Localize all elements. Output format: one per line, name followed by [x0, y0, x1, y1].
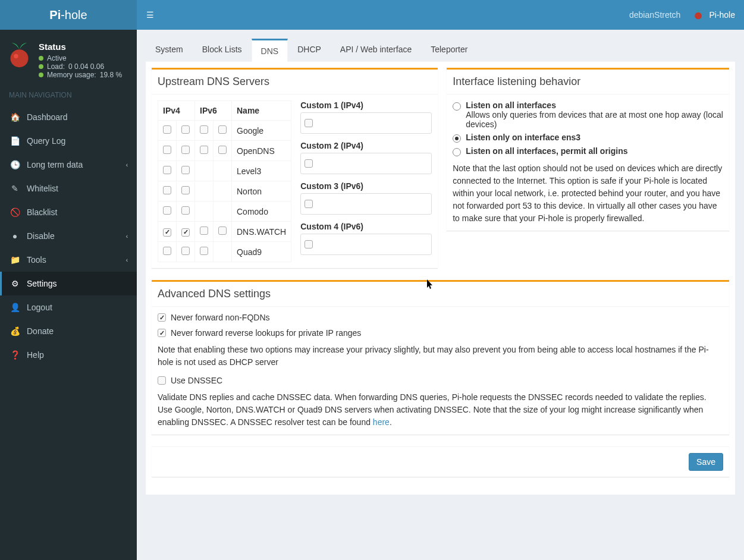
dns-provider-name: OpenDNS — [232, 141, 291, 161]
sidebar-item-donate[interactable]: 💰Donate — [0, 319, 137, 343]
sidebar: Status Active Load: 0 0.04 0.06 Memory u… — [0, 30, 137, 560]
interface-radio[interactable] — [453, 148, 461, 156]
interface-box: Interface listening behavior Listen on a… — [447, 68, 729, 231]
dns-provider-name: Quad9 — [232, 242, 291, 262]
custom-checkbox[interactable] — [304, 240, 313, 248]
dns-checkbox[interactable] — [163, 146, 171, 154]
sidebar-item-dashboard[interactable]: 🏠Dashboard — [0, 105, 137, 129]
chevron-left-icon: ‹ — [126, 162, 128, 168]
interface-title: Interface listening behavior — [453, 75, 723, 88]
sidebar-item-long-term-data[interactable]: 🕒Long term data‹ — [0, 153, 137, 177]
custom-checkbox[interactable] — [304, 119, 313, 127]
status-title: Status — [39, 42, 122, 52]
custom-label: Custom 3 (IPv6) — [300, 181, 432, 191]
advanced-title: Advanced DNS settings — [158, 288, 723, 300]
svg-point-0 — [695, 12, 702, 20]
dns-checkbox[interactable] — [218, 125, 227, 134]
chevron-left-icon: ‹ — [126, 257, 128, 263]
dns-checkbox[interactable] — [181, 228, 190, 237]
sidebar-item-whitelist[interactable]: ✎Whitelist — [0, 177, 137, 200]
sidebar-toggle[interactable]: ☰ — [137, 0, 163, 30]
sidebar-item-tools[interactable]: 📁Tools‹ — [0, 248, 137, 272]
dns-provider-name: Comodo — [232, 202, 291, 222]
dns-checkbox[interactable] — [200, 226, 208, 235]
hostname: debianStretch — [629, 10, 680, 20]
dns-checkbox[interactable] — [163, 186, 171, 194]
dns-checkbox[interactable] — [181, 125, 190, 134]
dns-provider-name: DNS.WATCH — [232, 222, 291, 242]
tab-block-lists[interactable]: Block Lists — [193, 39, 252, 61]
custom-dns-input[interactable] — [318, 115, 429, 131]
custom-checkbox[interactable] — [304, 159, 313, 168]
dns-checkbox[interactable] — [163, 125, 171, 134]
interface-option-label: Listen on all interfaces — [466, 100, 556, 110]
tab-dhcp[interactable]: DHCP — [288, 39, 331, 61]
custom-dns-input[interactable] — [318, 156, 429, 171]
load-label: Load: — [47, 62, 65, 71]
interface-option-label: Listen only on interface ens3 — [466, 133, 580, 142]
dns-checkbox[interactable] — [181, 206, 190, 215]
custom-dns-input[interactable] — [318, 237, 429, 252]
nav-label: Blacklist — [27, 207, 57, 217]
dns-checkbox[interactable] — [200, 125, 208, 134]
pihole-icon — [692, 9, 704, 21]
dns-table: IPv4 IPv6 Name GoogleOpenDNSLevel3Norton… — [158, 100, 291, 262]
hamburger-icon: ☰ — [146, 10, 154, 20]
dnssec-test-link[interactable]: here — [373, 417, 390, 427]
tab-dns[interactable]: DNS — [252, 39, 288, 62]
custom-label: Custom 2 (IPv4) — [300, 141, 432, 150]
nav-label: Query Log — [27, 136, 65, 146]
opt-dnssec-checkbox[interactable] — [158, 376, 166, 385]
nav-icon: ● — [9, 231, 21, 241]
status-dot-icon — [39, 73, 43, 77]
dns-checkbox[interactable] — [163, 247, 171, 255]
dns-checkbox[interactable] — [181, 247, 190, 255]
advanced-note2: Validate DNS replies and cache DNSSEC da… — [158, 391, 723, 429]
brand-right[interactable]: Pi-hole — [692, 9, 735, 21]
dns-checkbox[interactable] — [218, 226, 227, 235]
svg-point-1 — [11, 49, 29, 67]
upstream-title: Upstream DNS Servers — [158, 75, 432, 88]
sidebar-item-logout[interactable]: 👤Logout — [0, 295, 137, 319]
sidebar-item-help[interactable]: ❓Help — [0, 343, 137, 367]
nav-icon: 🏠 — [9, 112, 21, 122]
custom-dns-input[interactable] — [318, 196, 429, 212]
dns-checkbox[interactable] — [200, 247, 208, 255]
tab-teleporter[interactable]: Teleporter — [421, 39, 477, 61]
nav-icon: 👤 — [9, 303, 21, 312]
dns-checkbox[interactable] — [181, 186, 190, 194]
interface-radio[interactable] — [453, 102, 461, 111]
status-active: Active — [47, 54, 67, 62]
dns-checkbox[interactable] — [181, 166, 190, 174]
nav-label: Dashboard — [27, 112, 68, 122]
dns-checkbox[interactable] — [200, 146, 208, 154]
dns-provider-name: Norton — [232, 181, 291, 202]
dns-checkbox[interactable] — [163, 228, 171, 237]
opt-reverse-checkbox[interactable] — [158, 329, 166, 337]
th-name: Name — [232, 101, 291, 121]
nav-label: Settings — [27, 279, 57, 288]
interface-radio[interactable] — [453, 134, 461, 143]
custom-checkbox[interactable] — [304, 200, 313, 208]
nav-icon: ⚙ — [9, 279, 21, 288]
save-button[interactable]: Save — [689, 453, 723, 471]
sidebar-item-disable[interactable]: ●Disable‹ — [0, 224, 137, 248]
advanced-box: Advanced DNS settings Never forward non-… — [152, 280, 729, 435]
sidebar-item-blacklist[interactable]: 🚫Blacklist — [0, 200, 137, 224]
opt-nonfqdn-checkbox[interactable] — [158, 313, 166, 322]
tab-api-web-interface[interactable]: API / Web interface — [331, 39, 421, 61]
nav-label: Long term data — [27, 160, 83, 169]
opt-reverse-label: Never forward reverse lookups for privat… — [171, 328, 361, 338]
logo[interactable]: Pi-hole — [0, 0, 137, 30]
footer-box: Save — [152, 446, 729, 477]
dns-checkbox[interactable] — [163, 166, 171, 174]
dns-checkbox[interactable] — [163, 206, 171, 215]
tab-system[interactable]: System — [146, 39, 193, 61]
content: SystemBlock ListsDNSDHCPAPI / Web interf… — [137, 30, 744, 560]
sidebar-item-query-log[interactable]: 📄Query Log — [0, 129, 137, 153]
dns-checkbox[interactable] — [181, 146, 190, 154]
advanced-note1: Note that enabling these two options may… — [158, 344, 723, 369]
dns-checkbox[interactable] — [218, 146, 227, 154]
topbar: Pi-hole ☰ debianStretch Pi-hole — [0, 0, 744, 30]
sidebar-item-settings[interactable]: ⚙Settings — [0, 272, 137, 295]
